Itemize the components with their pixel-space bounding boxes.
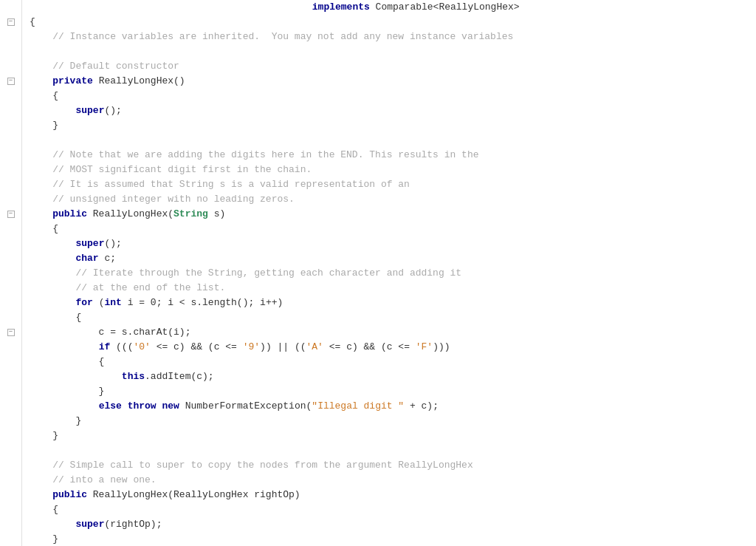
gutter-row bbox=[0, 0, 21, 15]
gutter-row-23 bbox=[0, 340, 21, 355]
implements-spacing bbox=[266, 0, 312, 15]
code-line-30 bbox=[30, 443, 756, 458]
code-area[interactable]: implements Comparable<ReallyLongHex> { /… bbox=[22, 0, 756, 546]
code-line-3 bbox=[30, 44, 756, 59]
gutter-row-34 bbox=[0, 502, 21, 517]
gutter-row-14[interactable]: − bbox=[0, 207, 21, 222]
code-line-2: // Instance variables are inherited. You… bbox=[30, 30, 756, 44]
gutter-row-18 bbox=[0, 266, 21, 281]
gutter-row-7 bbox=[0, 103, 21, 118]
code-line-36: } bbox=[30, 532, 756, 546]
gutter-row-3 bbox=[0, 44, 21, 59]
gutter-row-21 bbox=[0, 310, 21, 325]
code-line-16: super(); bbox=[30, 236, 756, 251]
code-line-29: } bbox=[30, 429, 756, 443]
code-line-17: char c; bbox=[30, 251, 756, 266]
code-line-1: { bbox=[30, 15, 756, 30]
gutter-row-31 bbox=[0, 458, 21, 473]
line-gutter: − − − − bbox=[0, 0, 22, 546]
code-line-7: super(); bbox=[30, 103, 756, 118]
code-line-8: } bbox=[30, 118, 756, 133]
gutter-row-24 bbox=[0, 355, 21, 369]
code-line-25: this.addItem(c); bbox=[30, 369, 756, 384]
gutter-row-8 bbox=[0, 118, 21, 133]
code-line-33: public ReallyLongHex(ReallyLongHex right… bbox=[30, 488, 756, 502]
gutter-row-16 bbox=[0, 236, 21, 251]
gutter-row-19 bbox=[0, 281, 21, 296]
code-line-32: // into a new one. bbox=[30, 473, 756, 488]
gutter-row-25 bbox=[0, 369, 21, 384]
gutter-row-12 bbox=[0, 177, 21, 192]
gutter-row-15 bbox=[0, 222, 21, 236]
gutter-row-1[interactable]: − bbox=[0, 15, 21, 30]
gutter-row-4 bbox=[0, 59, 21, 74]
gutter-row-27 bbox=[0, 399, 21, 414]
gutter-row-5[interactable]: − bbox=[0, 74, 21, 89]
gutter-row-32 bbox=[0, 473, 21, 488]
fold-icon[interactable]: − bbox=[7, 211, 15, 218]
gutter-row-30 bbox=[0, 443, 21, 458]
code-line-26: } bbox=[30, 384, 756, 399]
code-line-27: else throw new NumberFormatException("Il… bbox=[30, 399, 756, 414]
code-line-20: for (int i = 0; i < s.length(); i++) bbox=[30, 296, 756, 310]
implements-keyword: implements bbox=[312, 0, 370, 15]
gutter-row-10 bbox=[0, 148, 21, 163]
gutter-row-26 bbox=[0, 384, 21, 399]
code-line-35: super(rightOp); bbox=[30, 517, 756, 532]
gutter-row-35 bbox=[0, 517, 21, 532]
code-line-14: public ReallyLongHex( String s) bbox=[30, 207, 756, 222]
code-line-5: private ReallyLongHex() bbox=[30, 74, 756, 89]
code-line-13: // unsigned integer with no leading zero… bbox=[30, 192, 756, 207]
code-line-18: // Iterate through the String, getting e… bbox=[30, 266, 756, 281]
fold-icon[interactable]: − bbox=[7, 329, 15, 336]
code-line-34: { bbox=[30, 502, 756, 517]
editor-container: − − − − bbox=[0, 0, 756, 546]
code-line-4: // Default constructor bbox=[30, 59, 756, 74]
code-line-15: { bbox=[30, 222, 756, 236]
implements-rest: Comparable<ReallyLongHex> bbox=[370, 0, 520, 15]
code-line-28: } bbox=[30, 414, 756, 429]
code-line-12: // It is assumed that String s is a vali… bbox=[30, 177, 756, 192]
code-line-header: implements Comparable<ReallyLongHex> bbox=[30, 0, 756, 15]
code-line-31: // Simple call to super to copy the node… bbox=[30, 458, 756, 473]
code-line-10: // Note that we are adding the digits he… bbox=[30, 148, 756, 163]
fold-icon[interactable]: − bbox=[7, 18, 15, 26]
gutter-row-13 bbox=[0, 192, 21, 207]
code-line-24: { bbox=[30, 355, 756, 369]
gutter-row-20 bbox=[0, 296, 21, 310]
gutter-row-22[interactable]: − bbox=[0, 325, 21, 340]
gutter-row-6 bbox=[0, 89, 21, 103]
code-line-22: c = s.charAt(i); bbox=[30, 325, 756, 340]
code-line-23: if ((('0' <= c) && (c <= '9')) || (('A' … bbox=[30, 340, 756, 355]
gutter-row-36 bbox=[0, 532, 21, 546]
gutter-row-33 bbox=[0, 488, 21, 502]
gutter-row-9 bbox=[0, 133, 21, 148]
code-line-9 bbox=[30, 133, 756, 148]
gutter-row-28 bbox=[0, 414, 21, 429]
code-line-11: // MOST significant digit first in the c… bbox=[30, 163, 756, 177]
code-line-19: // at the end of the list. bbox=[30, 281, 756, 296]
gutter-row-2 bbox=[0, 30, 21, 44]
code-line-6: { bbox=[30, 89, 756, 103]
fold-icon[interactable]: − bbox=[7, 78, 15, 85]
gutter-row-29 bbox=[0, 429, 21, 443]
gutter-row-11 bbox=[0, 163, 21, 177]
code-line-21: { bbox=[30, 310, 756, 325]
gutter-row-17 bbox=[0, 251, 21, 266]
